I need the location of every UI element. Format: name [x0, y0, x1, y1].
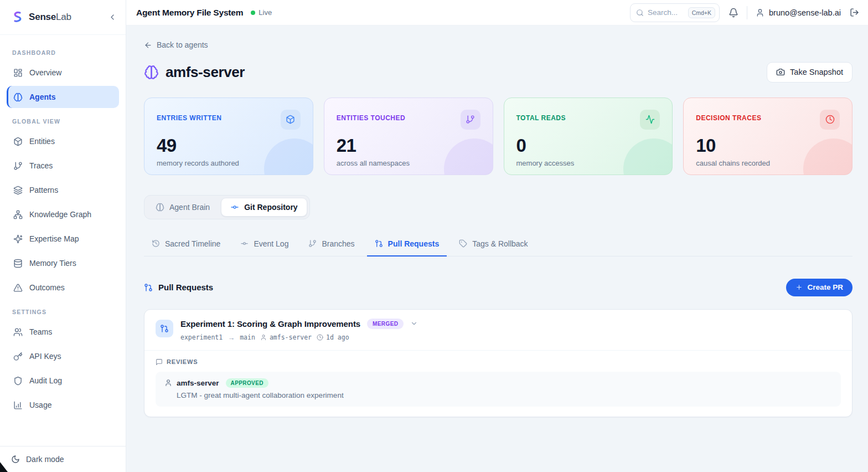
clock-icon — [317, 334, 323, 341]
brain-icon — [13, 93, 23, 102]
user-menu[interactable]: bruno@sense-lab.ai — [756, 8, 841, 17]
topbar: Agent Memory File System Live Cmd+K brun… — [126, 0, 868, 25]
toggle-label: Git Repository — [244, 203, 297, 212]
sidebar-item-expertise-map[interactable]: Expertise Map — [7, 228, 119, 250]
sidebar-item-api-keys[interactable]: API Keys — [7, 345, 119, 367]
sidebar-item-memory-tiers[interactable]: Memory Tiers — [7, 252, 119, 274]
network-icon — [13, 210, 23, 219]
arrow-right-glyph: → — [228, 334, 235, 342]
sidebar-item-entities[interactable]: Entities — [7, 130, 119, 152]
notifications-bell-icon[interactable] — [728, 8, 738, 18]
camera-icon — [776, 68, 785, 76]
tab-branches[interactable]: Branches — [301, 234, 362, 256]
stat-card-entities-touched: ENTITIES TOUCHED 21 across all namespace… — [324, 98, 493, 175]
review-item: amfs-server APPROVED LGTM - great multi-… — [156, 372, 841, 407]
chevron-down-icon[interactable] — [410, 320, 418, 327]
snapshot-label: Take Snapshot — [790, 68, 843, 76]
live-status: Live — [251, 8, 272, 17]
tab-sacred-timeline[interactable]: Sacred Timeline — [144, 234, 228, 256]
sidebar-item-usage[interactable]: Usage — [7, 394, 119, 416]
tab-label: Pull Requests — [388, 239, 440, 248]
section-label-settings: SETTINGS — [12, 309, 113, 315]
toggle-agent-brain[interactable]: Agent Brain — [147, 198, 219, 217]
main-area: Agent Memory File System Live Cmd+K brun… — [126, 0, 868, 472]
stat-label: DECISION TRACES — [696, 110, 761, 122]
pr-card-header[interactable]: Experiment 1: Scoring & Graph Improvemen… — [144, 310, 852, 350]
sidebar-item-label: API Keys — [29, 352, 61, 361]
reviewer-name: amfs-server — [177, 379, 219, 387]
sidebar-item-traces[interactable]: Traces — [7, 155, 119, 177]
pr-card: Experiment 1: Scoring & Graph Improvemen… — [144, 309, 852, 417]
take-snapshot-button[interactable]: Take Snapshot — [767, 62, 852, 83]
stat-card-total-reads: TOTAL READS 0 memory accesses — [504, 98, 673, 175]
pr-timestamp: 1d ago — [317, 334, 349, 341]
section-label-global-view: GLOBAL VIEW — [12, 118, 113, 125]
search-box[interactable]: Cmd+K — [630, 3, 720, 22]
sidebar-collapse-icon[interactable] — [108, 13, 117, 22]
dashboard-grid-icon — [13, 68, 23, 78]
user-icon — [164, 379, 172, 387]
alert-triangle-icon — [13, 283, 23, 293]
pr-target-branch: main — [240, 334, 255, 341]
tag-icon — [459, 239, 467, 248]
section-title: Pull Requests — [158, 283, 213, 292]
sidebar-item-label: Traces — [29, 161, 53, 170]
search-shortcut-badge: Cmd+K — [688, 7, 715, 18]
tab-event-log[interactable]: Event Log — [232, 234, 296, 256]
back-to-agents-link[interactable]: Back to agents — [144, 40, 208, 49]
brand-light: Lab — [56, 12, 71, 22]
shield-icon — [13, 376, 23, 386]
sidebar-item-audit-log[interactable]: Audit Log — [7, 370, 119, 392]
sidebar-item-teams[interactable]: Teams — [7, 321, 119, 343]
sidebar-item-label: Patterns — [29, 186, 58, 194]
reviews-label: REVIEWS — [156, 358, 841, 366]
view-toggle: Agent Brain Git Repository — [144, 195, 310, 219]
stat-icon-chip — [820, 110, 840, 130]
tab-label: Tags & Rollback — [472, 239, 528, 248]
git-branch-icon — [13, 161, 23, 171]
agent-title-row: amfs-server Take Snapshot — [144, 62, 852, 83]
repo-tabs: Sacred Timeline Event Log Branches Pull … — [144, 234, 852, 256]
sidebar-item-label: Outcomes — [29, 283, 65, 292]
sidebar-item-label: Audit Log — [29, 376, 62, 385]
stat-label: ENTRIES WRITTEN — [157, 110, 222, 122]
git-commit-icon — [230, 203, 239, 212]
dark-mode-toggle[interactable]: Dark mode — [0, 446, 126, 472]
tab-label: Branches — [322, 239, 354, 248]
search-input[interactable] — [648, 8, 684, 17]
pr-title: Experiment 1: Scoring & Graph Improvemen… — [180, 319, 360, 329]
sidebar-item-patterns[interactable]: Patterns — [7, 179, 119, 201]
key-icon — [13, 352, 23, 361]
sidebar-nav: DASHBOARD Overview Agents GLOBAL VIEW En… — [0, 35, 126, 446]
tab-pull-requests[interactable]: Pull Requests — [367, 234, 447, 256]
review-status-badge: APPROVED — [226, 378, 268, 388]
sidebar-item-overview[interactable]: Overview — [7, 61, 119, 84]
sidebar-item-outcomes[interactable]: Outcomes — [7, 276, 119, 299]
stat-icon-chip — [281, 110, 301, 130]
users-icon — [13, 327, 23, 337]
git-pull-request-icon — [144, 283, 153, 292]
activity-icon — [645, 115, 655, 124]
stat-icon-chip — [640, 110, 660, 130]
clock-icon — [825, 115, 835, 124]
git-pull-request-icon — [160, 324, 169, 333]
toggle-git-repository[interactable]: Git Repository — [221, 198, 307, 217]
pull-requests-header-row: Pull Requests Create PR — [144, 279, 852, 296]
tab-tags-rollback[interactable]: Tags & Rollback — [451, 234, 535, 256]
brand-logo: SenseLab — [11, 11, 71, 24]
sidebar-item-knowledge-graph[interactable]: Knowledge Graph — [7, 203, 119, 225]
live-dot — [251, 11, 255, 15]
sidebar-item-label: Agents — [29, 93, 55, 101]
sidebar: SenseLab DASHBOARD Overview Agents GLOBA… — [0, 0, 126, 472]
git-commit-icon — [240, 239, 249, 248]
sidebar-item-label: Knowledge Graph — [29, 210, 91, 219]
brain-icon — [156, 203, 164, 212]
git-branch-icon — [466, 115, 475, 124]
create-pr-button[interactable]: Create PR — [786, 279, 852, 296]
section-label-dashboard: DASHBOARD — [12, 49, 113, 56]
sidebar-item-agents[interactable]: Agents — [7, 86, 119, 108]
sidebar-item-label: Entities — [29, 137, 55, 146]
box-icon — [286, 115, 295, 124]
logout-icon[interactable] — [850, 8, 859, 17]
sidebar-item-label: Overview — [29, 68, 61, 77]
